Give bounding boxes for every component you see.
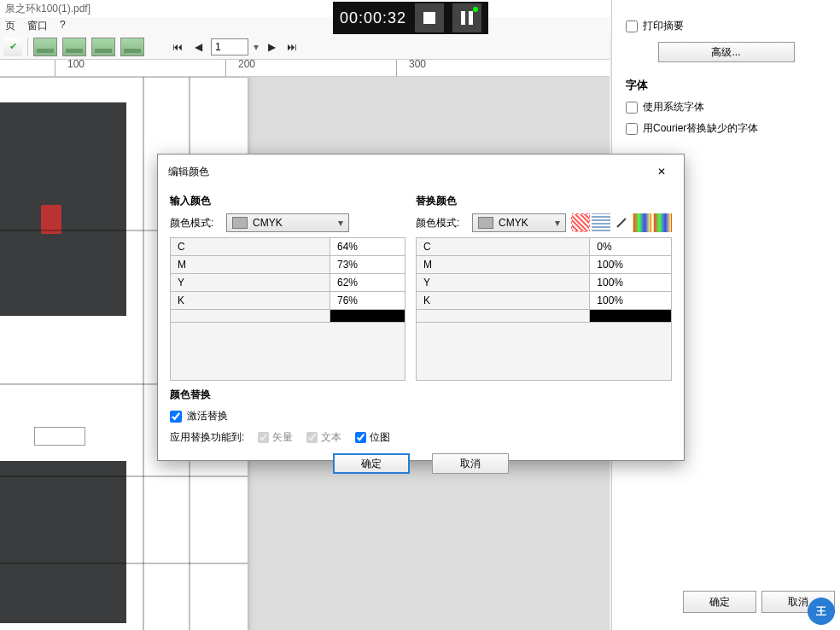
screen-recorder: 00:00:32 [333,2,488,34]
replace-blank-row [417,323,672,381]
thumb-view-1[interactable] [33,38,57,56]
input-swatch-row [171,310,405,323]
menu-window[interactable]: 窗口 [27,19,48,32]
input-m-value[interactable]: 73% [330,256,405,274]
ruler-200: 200 [225,60,255,77]
activate-replace-label: 激活替换 [187,409,228,423]
replace-swatch-row [417,310,672,323]
text-checkbox [306,432,318,443]
replace-m-value[interactable]: 100% [590,256,672,274]
use-system-fonts-label: 使用系统字体 [643,100,704,114]
cmyk-icon [232,217,248,229]
ruler-100: 100 [55,60,85,77]
replace-color-header: 替换颜色 [416,194,672,208]
dialog-close-button[interactable]: ✕ [650,161,674,182]
recorder-time: 00:00:32 [340,9,406,27]
page-dropdown-icon[interactable]: ▾ [254,41,259,53]
vector-checkbox [258,432,269,443]
ruler-300: 300 [396,60,426,77]
dialog-title: 编辑颜色 [168,165,209,179]
prev-page-icon[interactable]: ◀ [190,39,206,55]
next-page-icon[interactable]: ▶ [264,39,279,55]
vector-label: 矢量 [272,430,293,445]
input-mode-label: 颜色模式: [170,216,221,230]
color-replace-header: 颜色替换 [170,388,672,402]
apply-to-label: 应用替换功能到: [170,430,244,445]
bitmap-label: 位图 [370,430,390,445]
text-label: 文本 [321,430,341,445]
input-mode-select[interactable]: CMYK [226,213,349,232]
replace-missing-courier-label: 用Courier替换缺少的字体 [643,121,758,136]
replace-mode-select[interactable]: CMYK [472,213,566,232]
dialog-footer: 颜色替换 激活替换 应用替换功能到: 矢量 文本 位图 确定 取消 [158,381,684,474]
replace-k-value[interactable]: 100% [590,292,672,310]
menu-help[interactable]: ? [60,19,66,32]
input-k-value[interactable]: 76% [330,292,405,310]
horizontal-ruler: 100 200 300 [0,60,610,77]
close-icon: ✕ [657,166,666,178]
replace-mode-label: 颜色模式: [416,216,467,230]
eyedropper-icon[interactable] [612,213,631,232]
palette-icon-2[interactable] [592,213,610,232]
replace-k-label: K [417,292,590,310]
first-page-icon[interactable]: ⏮ [170,39,185,55]
input-blank-row [171,323,405,381]
palette-icon-4[interactable] [653,213,672,232]
thumb-view-4[interactable] [120,38,144,56]
page-number-input[interactable] [211,38,248,55]
print-summary-checkbox[interactable] [626,20,638,32]
avatar-letter: 王 [816,604,826,619]
replace-y-value[interactable]: 100% [590,274,672,292]
input-y-label: Y [171,274,330,292]
replace-mode-value: CMYK [499,217,528,229]
palette-icon-3[interactable] [633,213,651,232]
replace-m-label: M [417,256,590,274]
replace-missing-courier-checkbox[interactable] [626,123,638,135]
table-row: K76% [171,292,405,310]
last-page-icon[interactable]: ⏭ [284,39,300,55]
replace-y-label: Y [417,274,590,292]
recorder-pause-button[interactable] [452,3,481,32]
input-color-column: 输入颜色 颜色模式: CMYK C64% M73% Y62% K76% [170,194,405,381]
input-c-value[interactable]: 64% [330,238,405,256]
replace-color-table: C0% M100% Y100% K100% [416,237,672,381]
input-color-swatch [330,310,405,322]
advanced-button[interactable]: 高级... [658,42,795,62]
pause-icon [461,11,473,25]
font-section-header: 字体 [626,78,826,93]
replace-c-label: C [417,238,590,256]
dialog-ok-button[interactable]: 确定 [333,453,410,474]
input-k-label: K [171,292,330,310]
cmyk-icon [478,217,493,229]
table-row: M73% [171,256,405,274]
table-row: K100% [417,292,672,310]
color-tool-icons [571,213,672,232]
replace-color-column: 替换颜色 颜色模式: CMYK C0% M100% Y100% [416,194,672,381]
input-m-label: M [171,256,330,274]
check-icon[interactable]: ✔ [3,38,22,56]
table-row: M100% [417,256,672,274]
filename-text: 泉之环k100(1).pdf] [5,3,90,15]
edit-color-dialog: 编辑颜色 ✕ 输入颜色 颜色模式: CMYK C64% M73% Y62% K7… [157,154,685,461]
recorder-stop-button[interactable] [415,3,444,32]
input-color-table: C64% M73% Y62% K76% [170,237,405,381]
thumb-view-3[interactable] [91,38,115,56]
replace-c-value[interactable]: 0% [590,238,672,256]
menu-page[interactable]: 页 [5,19,15,32]
avatar[interactable]: 王 [808,598,835,625]
thumb-view-2[interactable] [62,38,86,56]
dialog-cancel-button[interactable]: 取消 [432,453,509,474]
bitmap-checkbox[interactable] [355,432,366,443]
print-summary-label: 打印摘要 [643,19,684,33]
table-row: C0% [417,238,672,256]
input-mode-value: CMYK [253,217,283,229]
input-color-header: 输入颜色 [170,194,405,208]
activate-replace-checkbox[interactable] [170,411,182,423]
replace-color-swatch [590,310,671,322]
toolbar: ✔ ⏮ ◀ ▾ ▶ ⏭ [0,34,610,60]
table-row: Y62% [171,274,405,292]
right-ok-button[interactable]: 确定 [683,591,756,613]
input-y-value[interactable]: 62% [330,274,405,292]
palette-icon-1[interactable] [571,213,590,232]
use-system-fonts-checkbox[interactable] [626,102,638,114]
